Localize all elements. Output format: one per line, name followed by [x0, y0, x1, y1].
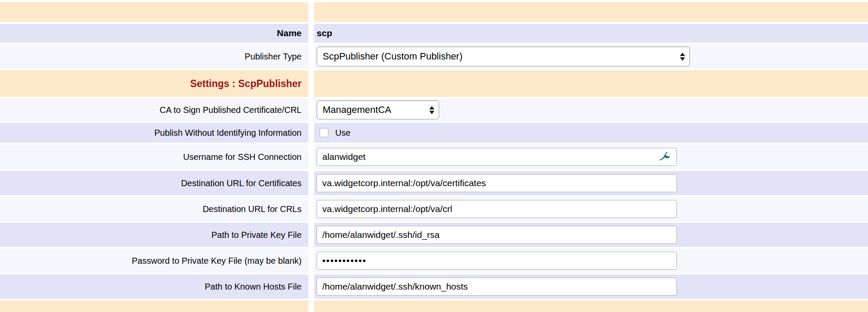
publisher-type-label: Publisher Type	[245, 52, 302, 62]
ca-sign-row: CA to Sign Published Certificate/CRL Man…	[0, 99, 868, 121]
private-key-path-row: Path to Private Key File	[0, 223, 868, 247]
bottom-band-left	[0, 300, 308, 312]
cert-destination-row: Destination URL for Certificates	[0, 171, 868, 195]
ca-sign-label: CA to Sign Published Certificate/CRL	[160, 105, 302, 115]
publisher-type-row: Publisher Type ScpPublisher (Custom Publ…	[0, 44, 868, 69]
private-key-path-label: Path to Private Key File	[211, 230, 302, 240]
known-hosts-path-row: Path to Known Hosts File	[0, 275, 868, 299]
crl-destination-input[interactable]	[317, 200, 677, 218]
settings-header-right	[314, 70, 868, 97]
publisher-type-selected-option: ScpPublisher (Custom Publisher)	[323, 51, 675, 62]
ca-sign-selected-option: ManagementCA	[323, 104, 424, 115]
name-value: scp	[317, 28, 332, 38]
settings-header-row: Settings : ScpPublisher	[0, 70, 868, 97]
publish-anonymous-label: Publish Without Identifying Information	[154, 128, 302, 138]
ssh-username-row: Username for SSH Connection	[0, 144, 868, 169]
private-key-password-label: Password to Private Key File (may be bla…	[132, 256, 302, 266]
crl-destination-label: Destination URL for CRLs	[203, 204, 302, 214]
top-band-right	[314, 2, 868, 22]
top-band-left	[0, 2, 308, 22]
publish-anonymous-checkbox[interactable]	[319, 128, 329, 137]
cert-destination-label: Destination URL for Certificates	[181, 178, 302, 188]
known-hosts-path-input[interactable]	[317, 278, 677, 296]
publisher-type-select[interactable]: ScpPublisher (Custom Publisher)	[317, 47, 690, 66]
private-key-password-row: Password to Private Key File (may be bla…	[0, 249, 868, 273]
publisher-edit-page: Name scp Publisher Type ScpPublisher (Cu…	[0, 0, 868, 312]
bottom-band-right	[314, 300, 868, 312]
publish-anonymous-row: Publish Without Identifying Information …	[0, 123, 868, 143]
ssh-username-label: Username for SSH Connection	[183, 152, 302, 162]
ca-sign-select[interactable]: ManagementCA	[317, 100, 439, 119]
publish-anonymous-checkbox-label: Use	[335, 128, 351, 138]
private-key-password-input[interactable]	[317, 252, 677, 270]
crl-destination-row: Destination URL for CRLs	[0, 197, 868, 221]
settings-header-title: Settings : ScpPublisher	[190, 78, 302, 90]
up-down-arrows-icon	[429, 106, 434, 114]
private-key-path-input[interactable]	[317, 226, 677, 244]
known-hosts-path-label: Path to Known Hosts File	[204, 282, 302, 292]
dashlane-icon[interactable]	[657, 151, 671, 162]
cert-destination-input[interactable]	[317, 174, 677, 192]
ssh-username-field-wrap	[317, 148, 677, 166]
bottom-section-band	[0, 300, 868, 312]
up-down-arrows-icon	[680, 53, 685, 61]
ssh-username-input[interactable]	[317, 148, 677, 166]
name-label: Name	[277, 28, 302, 38]
name-row: Name scp	[0, 24, 868, 43]
top-section-band	[0, 2, 868, 22]
